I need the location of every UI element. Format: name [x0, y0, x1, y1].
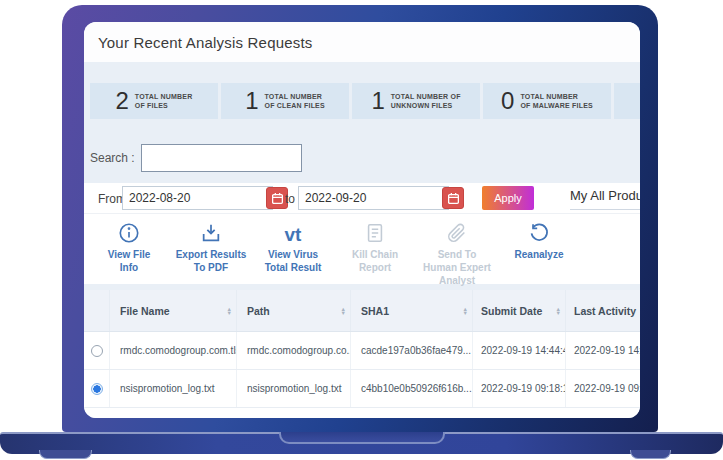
- stats-row: 2 TOTAL NUMBER OF FILES 1 TOTAL NUMBER O…: [90, 83, 640, 119]
- cell-sha1: c4bb10e0b50926f616b...: [351, 370, 473, 407]
- header-path[interactable]: Path ▲▼: [237, 290, 351, 331]
- send-to-expert-button: Send To Human Expert Analyst: [416, 220, 498, 284]
- search-input[interactable]: [141, 144, 302, 172]
- row-radio[interactable]: [91, 345, 103, 357]
- table-filler: [84, 408, 640, 418]
- download-icon: [170, 220, 252, 244]
- table-row-selected[interactable]: nsispromotion_log.txt nsispromotion_log.…: [84, 370, 640, 408]
- table-row[interactable]: rmdc.comodogroup.com.tls rmdc.comodogrou…: [84, 332, 640, 370]
- cell-last-activity: 2022-09-19 14:4: [566, 332, 640, 369]
- search-row: Search :: [90, 143, 302, 173]
- tool-label: Reanalyze: [498, 248, 580, 261]
- cell-path: rmdc.comodogroup.co...: [237, 332, 351, 369]
- tool-label: View File Info: [88, 248, 170, 274]
- date-from-input[interactable]: [122, 186, 273, 210]
- stat-value: 1: [371, 87, 384, 115]
- header-sha1[interactable]: SHA1 ▲▼: [351, 290, 473, 331]
- stat-card-total-files: 2 TOTAL NUMBER OF FILES: [90, 83, 218, 119]
- header-submit-date[interactable]: Submit Date ▲▼: [473, 290, 566, 331]
- row-radio-selected[interactable]: [91, 383, 103, 395]
- cell-sha1: cacde197a0b36fae479...: [351, 332, 473, 369]
- sort-icon[interactable]: ▲▼: [463, 307, 468, 315]
- sort-icon[interactable]: ▲▼: [556, 307, 561, 315]
- header-select-column: [84, 290, 110, 331]
- date-filter-row: From to Apply My All Produ: [84, 183, 640, 214]
- header-last-activity[interactable]: Last Activity ▲▼: [566, 290, 640, 331]
- stat-card-clean-files: 1 TOTAL NUMBER OF CLEAN FILES: [221, 83, 349, 119]
- stat-label: TOTAL NUMBER OF MALWARE FILES: [520, 92, 592, 111]
- document-icon: [334, 220, 416, 244]
- stat-card-malware-files: 0 TOTAL NUMBER OF MALWARE FILES: [483, 83, 611, 119]
- virus-total-button[interactable]: vt View Virus Total Result: [252, 220, 334, 284]
- toolbar: View File Info Export Results To PDF: [84, 214, 640, 284]
- titlebar: Your Recent Analysis Requests: [84, 22, 640, 62]
- table-header-row: File Name ▲▼ Path ▲▼ SHA1 ▲▼ Submit Date…: [84, 290, 640, 332]
- tool-label: Export Results To PDF: [170, 248, 252, 274]
- stat-label: TOTAL NUMBER OF UNKNOWN FILES: [391, 92, 461, 111]
- calendar-to-button[interactable]: [442, 187, 464, 209]
- stat-value: 1: [245, 87, 258, 115]
- stat-label: TOTAL NUMBER OF FILES: [135, 92, 193, 111]
- virustotal-icon: vt: [252, 220, 334, 244]
- results-table: File Name ▲▼ Path ▲▼ SHA1 ▲▼ Submit Date…: [84, 290, 640, 418]
- reanalyze-button[interactable]: Reanalyze: [498, 220, 580, 284]
- cell-last-activity: 2022-09-19 09:1: [566, 370, 640, 407]
- stat-card-unknown-files: 1 TOTAL NUMBER OF UNKNOWN FILES: [352, 83, 480, 119]
- to-label: to: [285, 192, 295, 206]
- product-filter-dropdown[interactable]: My All Produc: [570, 188, 640, 210]
- info-icon: [88, 220, 170, 244]
- date-to-input[interactable]: [298, 186, 449, 210]
- page-title: Your Recent Analysis Requests: [84, 22, 640, 51]
- cell-path: nsispromotion_log.txt: [237, 370, 351, 407]
- cell-file-name: rmdc.comodogroup.com.tls: [110, 332, 237, 369]
- calendar-icon: [447, 192, 460, 205]
- sort-icon[interactable]: ▲▼: [227, 307, 232, 315]
- filter-and-toolbar: From to Apply My All Produ: [84, 183, 640, 284]
- kill-chain-report-button: Kill Chain Report: [334, 220, 416, 284]
- laptop-mockup: Your Recent Analysis Requests 2 TOTAL NU…: [0, 0, 723, 460]
- refresh-icon: [498, 220, 580, 244]
- cell-submit-date: 2022-09-19 14:44:48: [473, 332, 566, 369]
- tool-label: Kill Chain Report: [334, 248, 416, 274]
- cell-submit-date: 2022-09-19 09:18:17: [473, 370, 566, 407]
- export-pdf-button[interactable]: Export Results To PDF: [170, 220, 252, 284]
- header-file-name[interactable]: File Name ▲▼: [110, 290, 237, 331]
- stat-card-partial: [614, 83, 640, 119]
- laptop-foot-left: [39, 450, 92, 459]
- laptop-foot-right: [630, 450, 671, 459]
- app-screen: Your Recent Analysis Requests 2 TOTAL NU…: [84, 22, 640, 418]
- apply-button[interactable]: Apply: [482, 186, 534, 210]
- tool-label: View Virus Total Result: [252, 248, 334, 274]
- sort-icon[interactable]: ▲▼: [341, 307, 346, 315]
- stat-value: 0: [501, 87, 514, 115]
- calendar-icon: [271, 192, 284, 205]
- view-file-info-button[interactable]: View File Info: [88, 220, 170, 284]
- laptop-notch: [279, 432, 445, 444]
- tool-label: Send To Human Expert Analyst: [416, 248, 498, 287]
- cell-file-name: nsispromotion_log.txt: [110, 370, 237, 407]
- search-label: Search :: [90, 151, 135, 165]
- stat-value: 2: [116, 87, 129, 115]
- stat-label: TOTAL NUMBER OF CLEAN FILES: [265, 92, 325, 111]
- paperclip-icon: [416, 220, 498, 244]
